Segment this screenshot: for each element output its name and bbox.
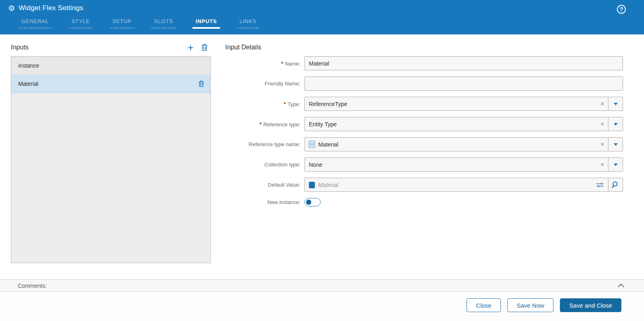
plus-icon: + bbox=[188, 43, 194, 51]
reference-type-name-label: Reference type name: bbox=[225, 141, 304, 147]
form-row-reference-type-name: Reference type name: Material × bbox=[225, 137, 623, 151]
clear-icon[interactable]: × bbox=[597, 158, 608, 171]
toggle-knob bbox=[306, 200, 311, 205]
delete-row-button[interactable] bbox=[198, 80, 205, 87]
name-input[interactable] bbox=[305, 57, 623, 70]
reference-type-value: Entity Type bbox=[305, 117, 597, 131]
default-value-field[interactable]: Material bbox=[304, 178, 623, 192]
type-label: *Type: bbox=[225, 101, 304, 107]
collection-type-combobox[interactable]: None × bbox=[304, 157, 623, 172]
form-row-new-instance: New instance: bbox=[225, 198, 623, 206]
type-value: ReferenceType bbox=[305, 97, 597, 111]
reference-type-combobox[interactable]: Entity Type × bbox=[304, 117, 623, 131]
chevron-up-icon bbox=[617, 283, 625, 288]
add-input-button[interactable]: + bbox=[188, 43, 194, 51]
collection-type-label: Collection type: bbox=[225, 162, 304, 168]
type-combobox[interactable]: ReferenceType × bbox=[304, 97, 623, 111]
tab-underline bbox=[236, 27, 260, 29]
clear-icon[interactable]: × bbox=[597, 97, 608, 111]
chevron-down-icon bbox=[614, 143, 618, 146]
list-item-label: Material bbox=[18, 81, 38, 87]
save-now-button[interactable]: Save Now bbox=[507, 298, 553, 312]
tab-underline bbox=[151, 27, 176, 29]
name-label: *Name: bbox=[225, 60, 304, 67]
form-row-type: *Type: ReferenceType × bbox=[225, 97, 623, 111]
gear-icon: ⚙ bbox=[8, 4, 15, 12]
search-entity-button[interactable] bbox=[608, 178, 623, 191]
tab-style[interactable]: STYLE bbox=[68, 17, 93, 29]
chevron-down-icon bbox=[614, 103, 618, 105]
required-asterisk: * bbox=[284, 101, 286, 107]
required-asterisk: * bbox=[260, 121, 262, 128]
dialog-header: ⚙ Widget Flex Settings ? GENERAL STYLE S… bbox=[0, 0, 644, 34]
chevron-down-icon bbox=[614, 164, 618, 166]
default-value-placeholder: Material bbox=[318, 182, 338, 188]
inputs-panel-header: Inputs + bbox=[11, 38, 211, 56]
comments-collapse-button[interactable] bbox=[617, 283, 625, 288]
tab-inputs[interactable]: INPUTS bbox=[192, 17, 220, 29]
help-icon[interactable]: ? bbox=[617, 5, 626, 14]
tab-bar: GENERAL STYLE SETUP SLOTS INPUTS LINKS bbox=[0, 17, 644, 29]
tab-slots[interactable]: SLOTS bbox=[151, 17, 176, 29]
comments-bar: Comments: bbox=[0, 279, 644, 292]
list-item-label: instance bbox=[18, 62, 39, 69]
default-value-label: Default Value: bbox=[225, 182, 304, 188]
sliders-icon bbox=[596, 181, 604, 189]
friendly-name-label: Friendly Name: bbox=[225, 81, 304, 87]
type-dropdown-button[interactable] bbox=[608, 97, 623, 111]
friendly-name-input[interactable] bbox=[305, 77, 623, 90]
new-instance-label: New instance: bbox=[225, 199, 304, 205]
form-row-reference-type: *Reference type: Entity Type × bbox=[225, 117, 623, 131]
collection-type-dropdown-button[interactable] bbox=[608, 158, 623, 171]
reference-type-name-value: Material bbox=[318, 141, 338, 148]
reference-type-dropdown-button[interactable] bbox=[608, 117, 623, 131]
new-instance-toggle[interactable] bbox=[304, 198, 321, 206]
form-row-default-value: Default Value: Material bbox=[225, 178, 623, 192]
chevron-down-icon bbox=[614, 123, 618, 125]
entity-marker-icon bbox=[309, 182, 315, 188]
tab-underline bbox=[109, 27, 135, 29]
tab-underline bbox=[192, 27, 220, 29]
list-item-material[interactable]: Material bbox=[11, 75, 210, 93]
footer-buttons: Close Save Now Save and Close bbox=[467, 298, 621, 312]
friendly-name-field-wrap bbox=[304, 77, 623, 91]
input-details-section: Input Details *Name: Friendly Name: *Typ… bbox=[225, 38, 623, 213]
entity-type-icon bbox=[309, 141, 315, 148]
tab-links[interactable]: LINKS bbox=[236, 17, 260, 29]
delete-inputs-button[interactable] bbox=[201, 43, 208, 51]
inputs-panel-actions: + bbox=[188, 43, 211, 51]
close-button[interactable]: Close bbox=[467, 298, 500, 312]
reference-type-name-combobox[interactable]: Material × bbox=[304, 137, 623, 151]
name-field-wrap bbox=[304, 56, 623, 70]
trash-icon bbox=[198, 80, 205, 87]
tab-underline bbox=[68, 27, 93, 29]
input-details-title: Input Details bbox=[225, 38, 623, 56]
comments-label: Comments: bbox=[18, 283, 47, 289]
filter-config-button[interactable] bbox=[592, 178, 608, 191]
inputs-panel: Inputs + instance Material bbox=[11, 38, 211, 263]
required-asterisk: * bbox=[281, 60, 283, 67]
reference-type-label: *Reference type: bbox=[225, 121, 304, 128]
tab-setup[interactable]: SETUP bbox=[109, 17, 135, 29]
inputs-list: instance Material bbox=[11, 56, 211, 263]
page-title: Widget Flex Settings bbox=[19, 4, 83, 12]
clear-icon[interactable]: × bbox=[597, 117, 608, 131]
form-row-name: *Name: bbox=[225, 56, 623, 70]
search-icon bbox=[612, 181, 619, 189]
title-row: ⚙ Widget Flex Settings bbox=[0, 0, 644, 16]
trash-icon bbox=[201, 43, 208, 51]
form-row-collection-type: Collection type: None × bbox=[225, 157, 623, 172]
save-and-close-button[interactable]: Save and Close bbox=[560, 298, 621, 312]
list-item-instance[interactable]: instance bbox=[11, 57, 210, 75]
tab-general[interactable]: GENERAL bbox=[18, 17, 52, 29]
clear-icon[interactable]: × bbox=[597, 138, 608, 151]
footer: Close Save Now Save and Close bbox=[0, 292, 644, 321]
collection-type-value: None bbox=[305, 158, 597, 171]
form-row-friendly-name: Friendly Name: bbox=[225, 77, 623, 91]
inputs-panel-title: Inputs bbox=[11, 44, 29, 51]
reference-type-name-dropdown-button[interactable] bbox=[608, 138, 623, 151]
tab-underline bbox=[18, 27, 52, 29]
